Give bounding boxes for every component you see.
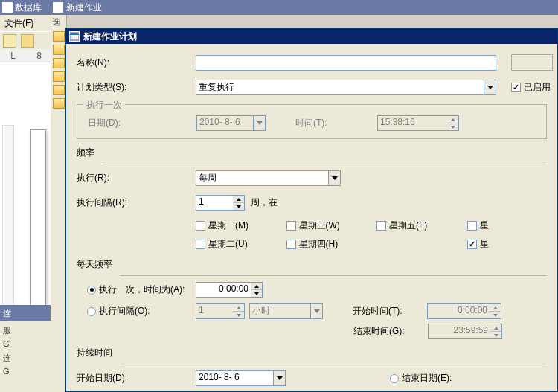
days-row-2: 星期二(U) 星期四(H) 星 <box>66 238 557 251</box>
chk-friday[interactable]: 星期五(F) <box>376 219 467 232</box>
schedule-dialog: 新建作业计划 名称(N): 计划类型(S): 重复执行 已启用 执行一次 <box>65 28 558 392</box>
mid-title: 新建作业 <box>66 1 102 14</box>
spin-down-icon <box>490 332 501 338</box>
type-label: 计划类型(S): <box>77 81 196 94</box>
row-freq-exec: 执行(R): 每周 <box>66 170 557 186</box>
radio-dot[interactable] <box>87 307 96 316</box>
name-input[interactable] <box>196 55 496 71</box>
bg-app-icon <box>2 2 13 13</box>
tree-icon-1[interactable] <box>53 31 65 42</box>
row-daily-interval: 执行间隔(O): 1 小时 开始时间(T): 0:00:00 <box>66 303 557 319</box>
radio-daily-interval[interactable]: 执行间隔(O): <box>87 305 196 318</box>
daily-end-time: 23:59:59 <box>428 324 502 339</box>
bg-panel-title: 连 <box>0 306 52 321</box>
calendar-icon <box>69 31 80 42</box>
daily-end-label: 结束时间(G): <box>353 325 428 338</box>
spin-up-icon <box>233 304 244 312</box>
daily-interval-spinner: 1 <box>196 303 245 319</box>
chk-thursday[interactable]: 星期四(H) <box>286 238 377 251</box>
mid-left-header: 选 <box>51 15 66 28</box>
radio-dot[interactable] <box>87 286 96 295</box>
daily-once-value[interactable]: 0:00:00 <box>196 282 251 298</box>
type-combo[interactable]: 重复执行 <box>196 80 496 95</box>
radio-dot[interactable] <box>390 374 399 383</box>
spin-down-icon[interactable] <box>251 290 262 297</box>
freq-interval-value[interactable]: 1 <box>196 195 233 211</box>
chevron-down-icon <box>310 303 323 319</box>
chevron-down-icon[interactable] <box>273 370 286 386</box>
chevron-down-icon[interactable] <box>484 80 496 95</box>
toolbar-btn-2[interactable] <box>21 34 34 48</box>
group-once-label: 执行一次 <box>83 99 125 112</box>
freq-exec-combo[interactable]: 每周 <box>196 170 341 186</box>
bg-horiz-ruler: L 8 <box>0 49 52 62</box>
spin-down-icon <box>490 312 501 318</box>
bg-menubar[interactable]: 文件(F) <box>0 15 52 31</box>
freq-exec-value: 每周 <box>196 170 328 186</box>
tree-icon-5[interactable] <box>53 85 65 95</box>
days-row-1: 星期一(M) 星期三(W) 星期五(F) 星 <box>66 219 557 232</box>
row-name: 名称(N): <box>66 54 557 71</box>
spin-down-icon <box>447 123 458 130</box>
name-side-button[interactable] <box>511 54 553 71</box>
freq-interval-spinner[interactable]: 1 <box>196 195 245 211</box>
daily-interval-unit: 小时 <box>249 303 323 319</box>
enabled-checkbox[interactable] <box>511 83 521 92</box>
spin-up-icon[interactable] <box>233 196 244 203</box>
freq-line <box>103 164 547 164</box>
tree-icon-3[interactable] <box>53 58 65 68</box>
duration-start-label: 开始日期(D): <box>77 372 196 385</box>
freq-title: 频率 <box>66 147 557 159</box>
once-time-label: 时间(T): <box>295 117 377 129</box>
row-daily-end: 结束时间(G): 23:59:59 <box>66 324 557 339</box>
radio-daily-once[interactable]: 执行一次，时间为(A): <box>87 283 196 296</box>
menu-file[interactable]: 文件(F) <box>4 17 33 30</box>
name-label: 名称(N): <box>77 57 196 69</box>
freq-interval-label: 执行间隔(R): <box>77 196 196 209</box>
bg-title: 数据库 <box>15 1 42 14</box>
spin-up-icon <box>490 324 501 332</box>
tree-icon-2[interactable] <box>53 45 65 55</box>
daily-interval-value: 1 <box>196 303 233 319</box>
toolbar-btn-1[interactable] <box>3 34 16 48</box>
chevron-down-icon[interactable] <box>328 170 341 186</box>
dlg-title: 新建作业计划 <box>83 30 137 43</box>
daily-line <box>120 275 547 276</box>
row-type: 计划类型(S): 重复执行 已启用 <box>66 80 557 95</box>
chevron-down-icon <box>253 115 266 131</box>
spin-up-icon[interactable] <box>251 283 262 290</box>
chk-monday[interactable]: 星期一(M) <box>196 219 286 232</box>
enabled-checkbox-wrap[interactable]: 已启用 <box>511 81 551 94</box>
chk-extra-2[interactable]: 星 <box>467 238 558 251</box>
duration-title: 持续时间 <box>66 347 557 359</box>
chk-tuesday[interactable]: 星期二(U) <box>196 238 286 251</box>
tree-icon-4[interactable] <box>53 71 65 82</box>
dlg-body: 名称(N): 计划类型(S): 重复执行 已启用 执行一次 日期(D): <box>66 44 557 391</box>
duration-start-date[interactable]: 2010- 8- 6 <box>196 370 286 386</box>
chk-extra-1[interactable]: 星 <box>467 219 558 232</box>
row-duration-start: 开始日期(D): 2010- 8- 6 结束日期(E): <box>66 370 557 386</box>
spin-up-icon <box>490 304 501 312</box>
once-time-spinner: 15:38:16 <box>377 115 459 131</box>
spin-down-icon[interactable] <box>233 203 244 210</box>
spin-down-icon <box>233 312 244 318</box>
once-time-value: 15:38:16 <box>377 115 447 131</box>
bg-bottom-panel: 连 服 G 连 G <box>0 305 52 392</box>
spin-up-icon <box>447 116 458 123</box>
daily-start-label: 开始时间(T): <box>353 305 427 318</box>
tree-icon-6[interactable] <box>53 98 65 109</box>
bg-toolbar <box>0 31 52 49</box>
svg-rect-1 <box>70 33 79 35</box>
chk-wednesday[interactable]: 星期三(W) <box>286 219 377 232</box>
bg-titlebar: 数据库 <box>0 0 52 15</box>
once-date-value: 2010- 8- 6 <box>196 115 253 131</box>
daily-start-time: 0:00:00 <box>427 303 501 319</box>
freq-exec-label: 执行(R): <box>77 172 196 184</box>
row-freq-interval: 执行间隔(R): 1 周，在 <box>66 195 557 211</box>
group-execute-once: 执行一次 日期(D): 2010- 8- 6 时间(T): 15:38:16 <box>77 104 547 139</box>
once-date-picker: 2010- 8- 6 <box>196 115 266 131</box>
daily-once-time[interactable]: 0:00:00 <box>196 282 263 298</box>
radio-end-date[interactable]: 结束日期(E): <box>390 372 452 385</box>
mid-titlebar: 新建作业 <box>51 0 558 15</box>
freq-interval-suffix: 周，在 <box>251 196 278 209</box>
